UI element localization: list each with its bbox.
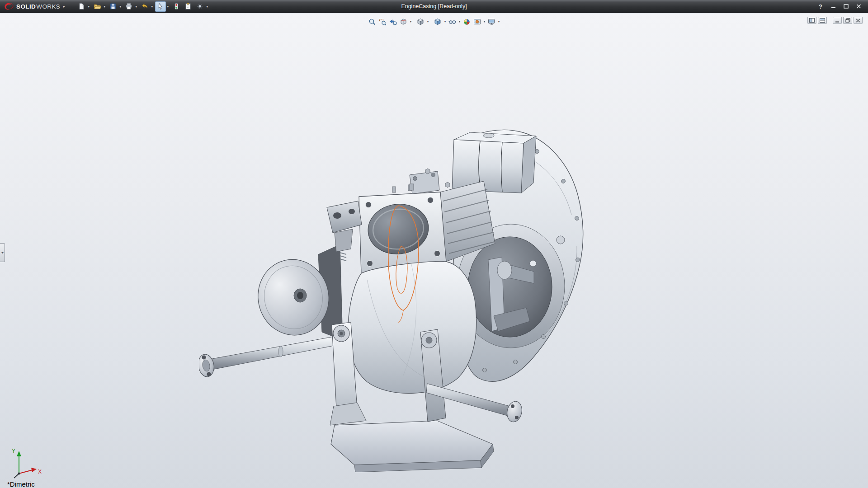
intake-airbox bbox=[452, 132, 536, 193]
tile-horizontal-button[interactable] bbox=[818, 17, 827, 24]
window-title: EngineCasing [Read-only] bbox=[401, 0, 467, 13]
open-dropdown-arrow[interactable]: ▾ bbox=[103, 1, 107, 12]
save-button[interactable] bbox=[108, 1, 118, 12]
open-folder-icon bbox=[94, 3, 101, 10]
apply-scene-icon bbox=[473, 18, 481, 26]
section-view-dropdown-arrow[interactable]: ▾ bbox=[409, 17, 413, 27]
print-dropdown-arrow[interactable]: ▾ bbox=[134, 1, 138, 12]
select-dropdown-arrow[interactable]: ▾ bbox=[166, 1, 170, 12]
select-cursor-icon bbox=[157, 3, 164, 10]
splitter-arrows-icon: ◂▸ bbox=[1, 251, 3, 254]
view-settings-dropdown-arrow[interactable]: ▾ bbox=[497, 17, 501, 27]
mount-rod-left bbox=[199, 337, 334, 378]
zoom-to-fit-icon bbox=[368, 18, 376, 26]
rebuild-button[interactable] bbox=[171, 1, 182, 12]
print-icon bbox=[125, 3, 132, 10]
titlebar: SOLID WORKS ▸ ▾ ▾ bbox=[0, 0, 868, 13]
triad-y-arrow bbox=[17, 451, 21, 456]
engine-casing-model[interactable] bbox=[199, 128, 597, 472]
solidworks-logo-icon bbox=[4, 2, 14, 11]
section-view-icon bbox=[400, 18, 407, 26]
undo-arrow-icon bbox=[141, 3, 148, 10]
doc-restore-button[interactable] bbox=[843, 17, 852, 24]
view-orientation-cube-icon bbox=[417, 18, 425, 26]
edit-appearance-ball-icon bbox=[463, 18, 471, 26]
document-window-controls bbox=[807, 17, 863, 24]
display-style-button[interactable] bbox=[433, 17, 443, 27]
tile-horizontal-icon bbox=[820, 18, 825, 23]
solidworks-window: SOLID WORKS ▸ ▾ ▾ bbox=[0, 0, 868, 488]
zoom-to-fit-button[interactable] bbox=[367, 17, 377, 27]
top-fittings bbox=[410, 169, 450, 194]
undo-button[interactable] bbox=[139, 1, 150, 12]
maximize-button[interactable] bbox=[840, 2, 852, 11]
orientation-triad: Y X bbox=[8, 446, 46, 483]
section-view-button[interactable] bbox=[398, 17, 409, 27]
save-floppy-icon bbox=[109, 3, 117, 10]
undo-dropdown-arrow[interactable]: ▾ bbox=[150, 1, 154, 12]
hide-show-glasses-icon bbox=[448, 18, 456, 26]
menu-flyout-arrow-icon[interactable]: ▸ bbox=[63, 4, 65, 9]
previous-view-icon bbox=[389, 18, 397, 26]
apply-scene-dropdown-arrow[interactable]: ▾ bbox=[482, 17, 486, 27]
triad-origin bbox=[18, 473, 20, 475]
display-style-icon bbox=[434, 18, 442, 26]
new-document-icon bbox=[78, 3, 85, 10]
doc-restore-icon bbox=[845, 18, 850, 23]
triad-x-arrow bbox=[31, 468, 37, 472]
hide-show-items-button[interactable] bbox=[447, 17, 458, 27]
print-button[interactable] bbox=[123, 1, 134, 12]
doc-close-icon bbox=[856, 19, 860, 23]
help-button[interactable]: ? bbox=[815, 2, 826, 11]
open-button[interactable] bbox=[92, 1, 103, 12]
flywheel-cover bbox=[251, 244, 343, 342]
zoom-to-area-icon bbox=[379, 18, 387, 26]
options-dropdown-arrow[interactable]: ▾ bbox=[205, 1, 209, 12]
options-button[interactable] bbox=[194, 1, 205, 12]
view-settings-button[interactable] bbox=[486, 17, 497, 27]
file-properties-icon bbox=[184, 3, 192, 10]
save-dropdown-arrow[interactable]: ▾ bbox=[118, 1, 123, 12]
rebuild-traffic-light-icon bbox=[173, 3, 180, 10]
view-settings-icon bbox=[488, 18, 495, 26]
display-style-dropdown-arrow[interactable]: ▾ bbox=[443, 17, 447, 27]
edit-appearance-button[interactable] bbox=[462, 17, 472, 27]
view-orientation-label: *Dimetric bbox=[7, 480, 35, 488]
doc-minimize-icon bbox=[835, 19, 840, 23]
close-button[interactable] bbox=[853, 2, 864, 11]
window-controls: ? bbox=[815, 2, 868, 11]
headsup-view-toolbar: ▾ ▾ ▾ bbox=[367, 17, 501, 27]
graphics-viewport[interactable]: ▾ ▾ ▾ bbox=[0, 14, 868, 488]
new-document-button[interactable] bbox=[76, 1, 87, 12]
file-properties-button[interactable] bbox=[183, 1, 193, 12]
help-glyph: ? bbox=[819, 3, 822, 10]
new-document-dropdown-arrow[interactable]: ▾ bbox=[87, 1, 91, 12]
view-orientation-dropdown-arrow[interactable]: ▾ bbox=[426, 17, 430, 27]
options-gear-icon bbox=[196, 3, 203, 10]
triad-x-label: X bbox=[38, 469, 42, 475]
select-button[interactable] bbox=[155, 1, 166, 12]
panel-splitter-handle[interactable]: ◂▸ bbox=[0, 243, 5, 262]
hide-show-items-dropdown-arrow[interactable]: ▾ bbox=[458, 17, 462, 27]
brand-text-bold: SOLID bbox=[16, 3, 36, 10]
maximize-icon bbox=[844, 4, 849, 9]
tile-vertical-button[interactable] bbox=[807, 17, 816, 24]
doc-close-button[interactable] bbox=[854, 17, 863, 24]
minimize-button[interactable] bbox=[827, 2, 839, 11]
view-orientation-button[interactable] bbox=[415, 17, 426, 27]
triad-y-label: Y bbox=[12, 448, 15, 454]
tile-vertical-icon bbox=[809, 18, 815, 23]
crankcase-body bbox=[348, 261, 476, 393]
close-icon bbox=[856, 4, 861, 9]
brand-text-light: WORKS bbox=[36, 3, 60, 10]
minimize-icon bbox=[831, 4, 836, 9]
menubar-toolbar: ▾ ▾ ▾ bbox=[76, 1, 210, 12]
previous-view-button[interactable] bbox=[388, 17, 398, 27]
doc-minimize-button[interactable] bbox=[833, 17, 842, 24]
zoom-to-area-button[interactable] bbox=[377, 17, 388, 27]
apply-scene-button[interactable] bbox=[472, 17, 482, 27]
solidworks-logo[interactable]: SOLID WORKS bbox=[0, 0, 62, 13]
